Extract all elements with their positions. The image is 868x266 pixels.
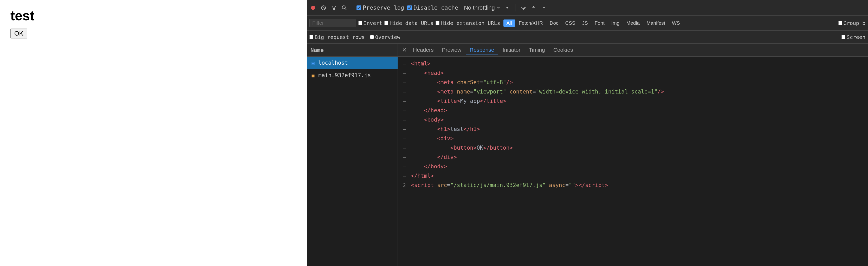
overview-label[interactable]: Overview	[370, 34, 400, 40]
page-area: test OK	[0, 0, 307, 266]
overview-checkbox[interactable]	[370, 35, 374, 39]
separator-1	[352, 4, 352, 11]
disable-cache-text: Disable cache	[413, 4, 458, 11]
network-item-name-0: localhost	[318, 60, 348, 66]
filter-btn-img[interactable]: Img	[608, 20, 623, 27]
filter-btn-fetch-xhr[interactable]: Fetch/XHR	[516, 20, 546, 27]
svg-marker-3	[332, 6, 336, 10]
download-icon[interactable]	[540, 4, 548, 11]
svg-rect-8	[532, 9, 535, 9]
gutter-2: –	[398, 69, 411, 77]
svg-marker-6	[506, 7, 508, 8]
tab-cookies[interactable]: Cookies	[550, 45, 577, 55]
filter-type-buttons: All Fetch/XHR Doc CSS JS Font Img Media …	[503, 20, 683, 27]
gutter-12: –	[398, 163, 411, 170]
code-text-10: <button>OK</button>	[411, 144, 868, 152]
gutter-9: –	[398, 135, 411, 142]
gutter-10: –	[398, 144, 411, 152]
ok-button[interactable]: OK	[10, 29, 27, 38]
invert-checkbox[interactable]	[358, 21, 362, 25]
gutter-3: –	[398, 78, 411, 86]
hide-data-urls-text: Hide data URLs	[390, 20, 433, 26]
preserve-log-label[interactable]: Preserve log	[356, 4, 404, 11]
code-line-6: – </head>	[398, 106, 868, 115]
filter-btn-media[interactable]: Media	[623, 20, 643, 27]
filter-btn-manifest[interactable]: Manifest	[643, 20, 668, 27]
tab-headers[interactable]: Headers	[409, 45, 437, 55]
doc-icon: ▣	[310, 60, 316, 66]
group-by-text: Group b	[843, 20, 865, 26]
big-request-rows-checkbox[interactable]	[309, 35, 313, 39]
clear-button[interactable]	[320, 4, 327, 11]
tab-timing[interactable]: Timing	[525, 45, 549, 55]
code-text-14: <script src="/static/js/main.932ef917.js…	[411, 181, 868, 190]
gutter-13: –	[398, 172, 411, 180]
response-tabs: ✕ Headers Preview Response Initiator Tim…	[398, 44, 868, 57]
svg-line-5	[345, 8, 346, 10]
record-button[interactable]	[309, 4, 317, 11]
code-line-2: – <head>	[398, 69, 868, 78]
gutter-4: –	[398, 88, 411, 96]
hide-extension-urls-label[interactable]: Hide extension URLs	[436, 20, 500, 26]
js-icon: ▣	[310, 73, 316, 78]
screenshot-checkbox[interactable]	[841, 35, 845, 39]
page-title: test	[10, 8, 297, 23]
right-checkboxes: Group b	[838, 20, 865, 26]
preserve-log-checkbox[interactable]	[356, 5, 361, 10]
throttle-dropdown-icon[interactable]	[504, 4, 511, 11]
code-text-8: <h1>test</h1>	[411, 125, 868, 134]
svg-point-4	[342, 6, 345, 9]
disable-cache-checkbox[interactable]	[407, 5, 412, 10]
filter-input[interactable]	[309, 19, 356, 27]
disable-cache-label[interactable]: Disable cache	[407, 4, 458, 11]
filter-icon-button[interactable]	[330, 4, 338, 11]
hide-data-urls-checkbox[interactable]	[384, 21, 388, 25]
tab-response[interactable]: Response	[466, 45, 498, 55]
group-by-label[interactable]: Group b	[838, 20, 865, 26]
code-text-12: </body>	[411, 163, 868, 171]
filter-btn-all[interactable]: All	[503, 20, 515, 27]
code-line-11: – </div>	[398, 153, 868, 162]
response-content: – <html> – <head> – <meta charSet="utf-8…	[398, 57, 868, 266]
screenshot-label[interactable]: Screen	[841, 34, 865, 40]
network-list-header: Name	[307, 44, 398, 57]
close-panel-button[interactable]: ✕	[400, 46, 408, 54]
svg-marker-11	[543, 7, 545, 8]
right-checkboxes-2: Screen	[841, 34, 865, 40]
network-item-name-1: main.932ef917.js	[318, 72, 371, 78]
main-content: Name ▣ localhost ▣ main.932ef917.js ✕ He…	[307, 44, 868, 266]
tab-initiator[interactable]: Initiator	[499, 45, 524, 55]
network-item-main-js[interactable]: ▣ main.932ef917.js	[307, 69, 398, 81]
network-item-localhost[interactable]: ▣ localhost	[307, 57, 398, 69]
code-text-3: <meta charSet="utf-8"/>	[411, 78, 868, 87]
invert-label[interactable]: Invert	[358, 20, 382, 26]
code-line-12: – </body>	[398, 162, 868, 171]
response-panel: ✕ Headers Preview Response Initiator Tim…	[398, 44, 868, 266]
name-column-header: Name	[310, 47, 324, 53]
filter-btn-font[interactable]: Font	[592, 20, 608, 27]
filter-btn-doc[interactable]: Doc	[547, 20, 562, 27]
wifi-icon	[520, 4, 527, 11]
code-text-9: <div>	[411, 135, 868, 143]
search-icon-button[interactable]	[341, 4, 348, 11]
code-line-3: – <meta charSet="utf-8"/>	[398, 78, 868, 87]
svg-marker-9	[532, 6, 535, 7]
big-request-rows-text: Big request rows	[315, 34, 365, 40]
code-text-6: </head>	[411, 106, 868, 115]
code-line-7: – <body>	[398, 115, 868, 125]
code-text-7: <body>	[411, 116, 868, 124]
code-line-14: 2 <script src="/static/js/main.932ef917.…	[398, 181, 868, 190]
throttle-select[interactable]: No throttling Fast 3G Slow 3G Offline	[461, 4, 501, 12]
filter-btn-css[interactable]: CSS	[562, 20, 578, 27]
filter-btn-ws[interactable]: WS	[669, 20, 683, 27]
tab-preview[interactable]: Preview	[438, 45, 465, 55]
code-text-2: <head>	[411, 69, 868, 77]
group-by-checkbox[interactable]	[838, 21, 842, 25]
code-text-1: <html>	[411, 60, 868, 68]
filter-btn-js[interactable]: JS	[579, 20, 591, 27]
upload-icon[interactable]	[530, 4, 537, 11]
devtools-toolbar-1: Preserve log Disable cache No throttling…	[307, 0, 868, 15]
hide-data-urls-label[interactable]: Hide data URLs	[384, 20, 433, 26]
hide-extension-urls-checkbox[interactable]	[436, 21, 439, 25]
big-request-rows-label[interactable]: Big request rows	[309, 34, 365, 40]
